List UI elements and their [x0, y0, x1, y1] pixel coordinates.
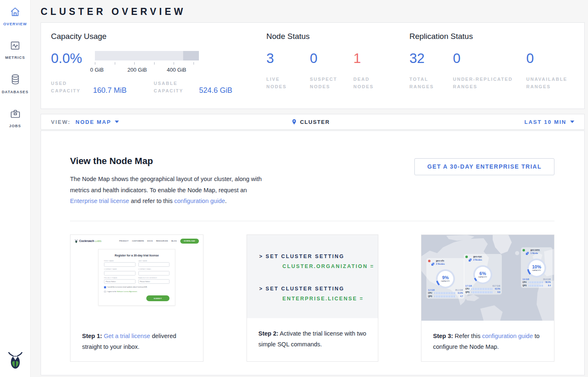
- suspect-nodes-value: 0: [310, 51, 353, 75]
- mini-trial-form: Register for a 30-day trial license FIRS…: [98, 249, 175, 306]
- sidebar-item-label: JOBS: [9, 124, 21, 128]
- status-dot-icon: [428, 260, 431, 262]
- metrics-icon: [10, 40, 21, 53]
- gauge-tick: [115, 62, 115, 65]
- configuration-guide-link[interactable]: configuration guide: [482, 333, 533, 339]
- capacity-usage-section: Capacity Usage 0.0%: [51, 32, 266, 109]
- sidebar-item-databases[interactable]: DATABASES: [0, 74, 30, 94]
- get-trial-license-link[interactable]: Get a trial license: [104, 333, 150, 339]
- mini-nav-customers: CUSTOMERS: [132, 240, 144, 242]
- view-label: VIEW:: [51, 119, 70, 125]
- mini-download-button: DOWNLOAD: [180, 239, 199, 244]
- unavailable-ranges-value: 0: [526, 51, 584, 75]
- node-status-title: Node Status: [266, 32, 409, 41]
- chevron-down-icon: [570, 121, 574, 123]
- dead-nodes-stat: 1 DEAD NODES: [353, 51, 397, 90]
- step-1-caption: Step 1: Get a trial license delivered st…: [70, 321, 203, 352]
- step-2-card: > SET CLUSTER SETTING CLUSTER.ORGANIZATI…: [247, 234, 378, 362]
- mini-submit-button: SUBMIT: [146, 295, 169, 301]
- map-pin-icon: [291, 118, 297, 126]
- time-range-dropdown[interactable]: LAST 10 MIN: [525, 119, 574, 125]
- sidebar-item-jobs[interactable]: JOBS: [0, 108, 30, 128]
- qps-sparkline: [529, 285, 544, 287]
- mini-reason-select: Please Select: [138, 279, 170, 284]
- capacity-donut: 6%CAPACITY: [473, 265, 492, 284]
- node-map-heading: View the Node Map: [70, 156, 262, 167]
- status-dot-icon: [523, 249, 525, 251]
- used-capacity-value: 160.7 MiB: [93, 86, 126, 94]
- node-map-widget-ams: geo-ams1 Node 10%CAPACITY 3.6 GiB36.6 Gi…: [521, 247, 552, 288]
- step-2-caption: Step 2: Activate the trial license with …: [247, 318, 378, 350]
- capacity-gauge: 0 GiB 200 GiB 400 GiB: [95, 51, 201, 73]
- mini-first-name-field: [104, 262, 136, 267]
- under-replicated-ranges-value: 0: [453, 51, 526, 75]
- live-nodes-stat: 3 LIVE NODES: [266, 51, 310, 90]
- cluster-summary-card: Capacity Usage 0.0%: [41, 22, 585, 109]
- cpu-sparkline: [434, 292, 456, 294]
- usable-capacity-value: 524.6 GiB: [199, 86, 232, 94]
- nodes-cube-icon: [526, 249, 529, 257]
- capacity-percent: 0.0%: [51, 51, 95, 73]
- sidebar-item-metrics[interactable]: METRICS: [0, 40, 30, 60]
- page-title: CLUSTER OVERVIEW: [41, 0, 585, 22]
- gauge-tick: [174, 62, 174, 65]
- mini-updates-checkbox: [104, 286, 106, 288]
- view-mode-dropdown[interactable]: NODE MAP: [75, 119, 119, 125]
- capacity-usage-title: Capacity Usage: [51, 32, 266, 41]
- gauge-usable-segment: [95, 51, 183, 60]
- node-map-panel: View the Node Map The Node Map shows the…: [41, 130, 585, 375]
- get-enterprise-trial-button[interactable]: GET A 30-DAY ENTERPRISE TRIAL: [414, 158, 554, 175]
- capacity-donut: 9%CAPACITY: [436, 269, 455, 288]
- jobs-icon: [10, 108, 21, 121]
- sidebar: OVERVIEW METRICS DATABASES JOBS: [0, 0, 31, 377]
- mini-nav-resources: RESOURCES: [156, 240, 168, 242]
- mini-nav-blog: BLOG: [172, 240, 177, 242]
- used-capacity-label: USED CAPACITY: [51, 80, 80, 94]
- node-map-widget-sfo: geo-sfo2 Nodes 9%CAPACITY 3.2 GiB35.1 Gi…: [426, 258, 465, 299]
- mini-company-email-field: [138, 271, 170, 276]
- step-1-card: Cockroach LABS PRODUCT CUSTOMERS DOCS RE…: [70, 234, 203, 362]
- nodes-cube-icon: [431, 260, 435, 268]
- step-3-caption: Step 3: Refer this configuration guide t…: [421, 321, 554, 352]
- node-map-widget-nyc: geo-nyc2 Nodes 6%CAPACITY 3.7 GiB63.7 Gi…: [464, 254, 502, 295]
- node-map-description: The Node Map shows the geographical layo…: [70, 174, 262, 207]
- view-bar: VIEW: NODE MAP CLUSTER LAST 10 MIN: [41, 114, 585, 130]
- nodes-cube-icon: [469, 256, 472, 263]
- gauge-tick-label: 400 GiB: [167, 67, 186, 73]
- mini-license-checkbox: [104, 291, 106, 293]
- breadcrumb: CLUSTER: [291, 118, 330, 126]
- mini-nav-docs: DOCS: [148, 240, 153, 242]
- dead-nodes-value: 1: [353, 51, 397, 75]
- chevron-down-icon: [115, 121, 119, 123]
- capacity-donut: 10%CAPACITY: [527, 259, 546, 278]
- qps-sparkline: [472, 291, 493, 293]
- main-content: CLUSTER OVERVIEW Capacity Usage 0.0%: [31, 0, 588, 377]
- cockroach-labs-logo: Cockroach LABS: [75, 239, 102, 243]
- step-3-card: geo-sfo2 Nodes 9%CAPACITY 3.2 GiB35.1 Gi…: [421, 234, 554, 362]
- total-ranges-value: 32: [409, 51, 453, 75]
- under-replicated-ranges-stat: 0 UNDER-REPLICATED RANGES: [453, 51, 526, 90]
- unavailable-ranges-stat: 0 UNAVAILABLE RANGES: [526, 51, 584, 90]
- usable-capacity-label: USABLE CAPACITY: [154, 80, 183, 94]
- gauge-tick: [154, 62, 155, 65]
- replication-status-section: Replication Status 32 TOTAL RANGES 0 UND…: [409, 32, 584, 109]
- databases-icon: [10, 74, 21, 87]
- replication-status-title: Replication Status: [409, 32, 584, 41]
- gauge-tick: [194, 62, 194, 65]
- cockroachdb-logo: [7, 351, 23, 371]
- total-ranges-stat: 32 TOTAL RANGES: [409, 51, 453, 90]
- mini-nav-product: PRODUCT: [119, 240, 129, 242]
- sidebar-item-label: METRICS: [5, 56, 25, 60]
- node-map-preview: geo-sfo2 Nodes 9%CAPACITY 3.2 GiB35.1 Gi…: [421, 235, 554, 321]
- sidebar-item-label: OVERVIEW: [3, 22, 27, 26]
- enterprise-trial-license-link[interactable]: Enterprise trial license: [70, 198, 129, 204]
- sidebar-item-overview[interactable]: OVERVIEW: [0, 7, 30, 26]
- cpu-sparkline: [472, 288, 493, 290]
- configuration-guide-link[interactable]: configuration guide: [174, 198, 225, 204]
- node-status-section: Node Status 3 LIVE NODES 0 SUSPECT NODES: [266, 32, 409, 109]
- divider: [70, 221, 554, 221]
- home-icon: [10, 7, 21, 19]
- cpu-sparkline: [529, 281, 544, 283]
- gauge-tick-label: 0 GiB: [90, 67, 104, 73]
- qps-sparkline: [434, 295, 456, 297]
